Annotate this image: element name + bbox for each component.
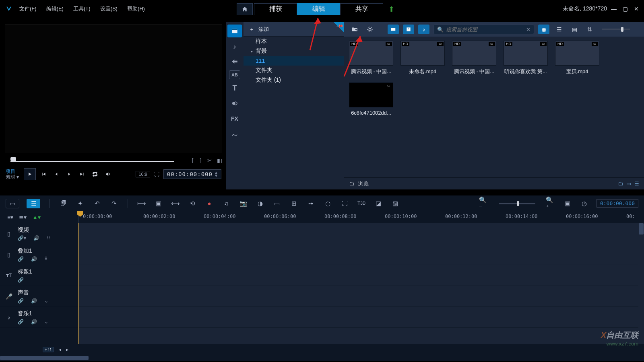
mark-out-icon[interactable]: ]	[199, 157, 202, 164]
sort-icon[interactable]: ⇅	[584, 25, 595, 34]
library-item[interactable]: HD▭ 腾讯视频 - 中国...	[452, 41, 496, 75]
rail-fx-icon[interactable]: FX	[227, 112, 242, 125]
pan-zoom-icon[interactable]: ⛶	[340, 199, 349, 208]
split-icon[interactable]: ⟷	[171, 199, 180, 208]
close-button[interactable]: ✕	[632, 6, 641, 12]
capture-icon[interactable]	[364, 25, 376, 34]
grid-icon[interactable]: ⊞	[289, 199, 299, 208]
library-item[interactable]: HD▭ 听说你喜欢我 第...	[504, 41, 548, 75]
library-item[interactable]: ▭ 6c8fc471002dd...	[349, 82, 393, 116]
lane-music[interactable]	[78, 307, 644, 328]
add-track-chip[interactable]: +⫶⫶	[43, 347, 54, 352]
track-overlay[interactable]: ▯ 叠加1 🔗🔊⠿	[0, 244, 78, 265]
mute-icon[interactable]: 🔊	[31, 256, 37, 262]
play-button[interactable]	[24, 168, 36, 180]
redo-icon[interactable]: ↷	[109, 199, 119, 208]
slip-icon[interactable]: ⟲	[188, 199, 197, 208]
go-end-button[interactable]	[77, 169, 87, 179]
thumb-size-slider[interactable]	[602, 29, 630, 30]
vertical-scrollbar[interactable]	[638, 223, 644, 344]
horizontal-scrollbar[interactable]	[0, 355, 644, 361]
tree-folder-1[interactable]: 文件夹 (1)	[244, 75, 344, 85]
preview-mode-project[interactable]: 项目	[6, 169, 19, 174]
tree-background[interactable]: ▸背景	[244, 46, 344, 56]
tree-sample[interactable]: 样本	[244, 37, 344, 46]
lane-video[interactable]	[78, 223, 644, 244]
rail-audio-icon[interactable]: ♪	[227, 40, 242, 53]
tree-folder[interactable]: 文件夹	[244, 66, 344, 75]
minimize-button[interactable]: —	[609, 6, 618, 12]
home-button[interactable]	[237, 3, 253, 15]
view-list-icon[interactable]: ☰	[553, 25, 565, 34]
mark-in-icon[interactable]: [	[191, 157, 194, 164]
timeline-timecode[interactable]: 0:00:00.000	[597, 199, 638, 208]
mute-icon[interactable]: 🔊	[33, 235, 39, 241]
scrub-track[interactable]	[10, 161, 174, 162]
rail-media-icon[interactable]	[227, 25, 242, 37]
track-height-icon[interactable]: ≣▾	[19, 214, 27, 220]
track-lanes[interactable]	[78, 223, 644, 344]
track-voice[interactable]: 🎤 声音 🔗🔊⌄	[0, 286, 78, 307]
zoom-in-icon[interactable]: 🔍⁺	[546, 199, 555, 208]
add-folder-button[interactable]: ＋ 添加 📌	[244, 22, 344, 37]
audio-mix-icon[interactable]: ♫	[221, 199, 231, 208]
track-options-icon[interactable]: ≡▾	[7, 214, 13, 220]
fit-project-icon[interactable]: ▣	[563, 199, 572, 208]
link-icon[interactable]: 🔗	[18, 277, 24, 283]
library-item[interactable]: HD▭ 未命名.mp4	[400, 41, 445, 75]
preview-mode-toggle[interactable]: 项目 素材 ▾	[6, 169, 19, 180]
footer-list-icon[interactable]: ☰	[634, 181, 639, 187]
menu-file[interactable]: 文件(F)	[19, 5, 37, 12]
upload-icon[interactable]: ⬆	[383, 5, 399, 14]
rail-text-icon[interactable]: T	[227, 82, 242, 95]
preview-scrub[interactable]: [ ] ✂ ◧	[5, 156, 222, 166]
timeline-ruler[interactable]: 0:00:00:00 00:00:02:00 00:00:04:00 00:00…	[78, 211, 644, 223]
snapshot-icon[interactable]: 📷	[238, 199, 248, 208]
link-icon[interactable]: 🔗	[18, 256, 24, 262]
preview-video[interactable]	[5, 25, 222, 153]
track-motion-icon[interactable]: ◌	[323, 199, 332, 208]
link-icon[interactable]: 🔗	[18, 319, 24, 325]
project-duration-icon[interactable]: ◷	[580, 199, 589, 208]
filter-audio-icon[interactable]: ♪	[418, 25, 429, 34]
scroll-left-icon[interactable]: ◂	[59, 347, 61, 352]
zoom-out-icon[interactable]: 🔍⁻	[479, 199, 489, 208]
tree-111[interactable]: 111	[244, 56, 344, 66]
fx-toggle-icon[interactable]: ⠿	[47, 235, 50, 241]
scissors-icon[interactable]: ✂	[207, 157, 212, 164]
lane-voice[interactable]	[78, 286, 644, 307]
mute-icon[interactable]: 🔊	[31, 298, 37, 304]
crop-frame-icon[interactable]: ◧	[217, 157, 222, 164]
loop-button[interactable]	[90, 169, 100, 179]
timeline-view-icon[interactable]: ☰	[27, 199, 40, 208]
filter-video-icon[interactable]	[388, 25, 399, 34]
preview-mode-material[interactable]: 素材 ▾	[6, 174, 19, 180]
timecode-spinner-icon[interactable]: ▲▼	[215, 171, 218, 177]
menu-edit[interactable]: 编辑(E)	[46, 5, 64, 12]
step-fwd-button[interactable]	[64, 169, 74, 179]
tools-icon[interactable]: ✦	[75, 199, 85, 208]
preview-timecode[interactable]: 00:00:00:000 ▲▼	[163, 169, 221, 179]
browse-label[interactable]: 浏览	[358, 180, 369, 187]
link-icon[interactable]: 🔗▾	[18, 235, 26, 241]
library-item[interactable]: HD▭ 腾讯视频 - 中国...	[349, 41, 393, 75]
step-back-button[interactable]	[51, 169, 62, 179]
menu-settings[interactable]: 设置(S)	[100, 5, 118, 12]
lane-title[interactable]	[78, 265, 644, 286]
record-icon[interactable]: ●	[204, 199, 214, 208]
expand-icon[interactable]: ⌄	[44, 319, 48, 325]
copy-attrs-icon[interactable]: 🗐	[58, 199, 68, 208]
lane-overlay[interactable]	[78, 244, 644, 265]
go-start-button[interactable]	[38, 169, 49, 179]
motion-icon[interactable]: ➟	[306, 199, 316, 208]
track-title[interactable]: ᴛT 标题1 🔗	[0, 265, 78, 286]
track-music[interactable]: ♪ 音乐1 🔗🔊⌄	[0, 307, 78, 328]
rail-path-icon[interactable]	[227, 128, 242, 140]
maximize-button[interactable]: ▢	[621, 6, 630, 12]
filter-photo-icon[interactable]	[403, 25, 414, 34]
browse-folder-icon[interactable]: 🗀	[349, 181, 354, 187]
aspect-ratio-button[interactable]: 16:9	[136, 171, 150, 177]
mask-icon[interactable]: ◪	[374, 199, 383, 208]
storyboard-view-icon[interactable]: ▭	[6, 199, 19, 208]
mark-in-out-icon[interactable]: ⟼	[137, 199, 147, 208]
